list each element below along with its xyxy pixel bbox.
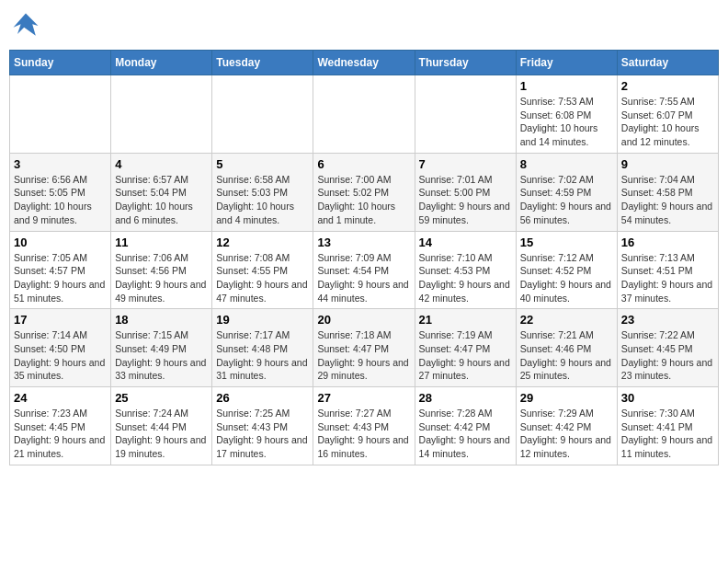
day-info: Sunrise: 7:27 AM Sunset: 4:43 PM Dayligh… [317, 407, 410, 461]
day-number: 9 [621, 157, 714, 171]
calendar-cell: 15Sunrise: 7:12 AM Sunset: 4:52 PM Dayli… [516, 231, 617, 309]
calendar-cell: 23Sunrise: 7:22 AM Sunset: 4:45 PM Dayli… [617, 309, 718, 387]
day-number: 3 [14, 157, 107, 171]
day-number: 25 [115, 391, 208, 405]
day-info: Sunrise: 7:28 AM Sunset: 4:42 PM Dayligh… [419, 407, 512, 461]
calendar-cell [111, 75, 212, 154]
calendar-cell: 2Sunrise: 7:55 AM Sunset: 6:07 PM Daylig… [617, 75, 718, 154]
day-info: Sunrise: 7:09 AM Sunset: 4:54 PM Dayligh… [317, 251, 410, 305]
day-number: 6 [317, 157, 410, 171]
day-number: 20 [317, 313, 410, 327]
day-number: 7 [419, 157, 512, 171]
calendar-cell: 22Sunrise: 7:21 AM Sunset: 4:46 PM Dayli… [516, 309, 617, 387]
calendar-cell: 24Sunrise: 7:23 AM Sunset: 4:45 PM Dayli… [10, 387, 111, 465]
calendar-cell: 7Sunrise: 7:01 AM Sunset: 5:00 PM Daylig… [415, 153, 516, 231]
day-number: 4 [115, 157, 208, 171]
calendar-cell: 29Sunrise: 7:29 AM Sunset: 4:42 PM Dayli… [516, 387, 617, 465]
day-info: Sunrise: 7:21 AM Sunset: 4:46 PM Dayligh… [520, 328, 613, 383]
calendar-cell: 3Sunrise: 6:56 AM Sunset: 5:05 PM Daylig… [10, 153, 111, 231]
day-number: 10 [14, 236, 107, 249]
day-number: 24 [14, 391, 107, 405]
calendar-cell: 4Sunrise: 6:57 AM Sunset: 5:04 PM Daylig… [111, 153, 212, 231]
calendar-cell: 14Sunrise: 7:10 AM Sunset: 4:53 PM Dayli… [415, 231, 516, 309]
day-info: Sunrise: 7:05 AM Sunset: 4:57 PM Dayligh… [14, 251, 107, 305]
day-info: Sunrise: 7:24 AM Sunset: 4:44 PM Dayligh… [115, 407, 208, 461]
day-number: 15 [520, 236, 613, 249]
day-info: Sunrise: 7:02 AM Sunset: 4:59 PM Dayligh… [520, 173, 613, 227]
header-monday: Monday [111, 51, 212, 75]
day-info: Sunrise: 7:08 AM Sunset: 4:55 PM Dayligh… [216, 251, 309, 305]
day-number: 16 [621, 236, 714, 249]
calendar-cell: 17Sunrise: 7:14 AM Sunset: 4:50 PM Dayli… [10, 309, 111, 387]
day-info: Sunrise: 7:10 AM Sunset: 4:53 PM Dayligh… [419, 251, 512, 305]
day-info: Sunrise: 7:53 AM Sunset: 6:08 PM Dayligh… [520, 95, 613, 149]
calendar-week-3: 10Sunrise: 7:05 AM Sunset: 4:57 PM Dayli… [10, 231, 719, 309]
day-number: 17 [14, 313, 107, 327]
calendar-cell: 21Sunrise: 7:19 AM Sunset: 4:47 PM Dayli… [415, 309, 516, 387]
day-number: 28 [419, 391, 512, 405]
day-info: Sunrise: 7:18 AM Sunset: 4:47 PM Dayligh… [317, 328, 410, 383]
calendar-week-1: 1Sunrise: 7:53 AM Sunset: 6:08 PM Daylig… [10, 75, 719, 154]
calendar-week-5: 24Sunrise: 7:23 AM Sunset: 4:45 PM Dayli… [10, 387, 719, 465]
header-friday: Friday [516, 51, 617, 75]
day-info: Sunrise: 7:04 AM Sunset: 4:58 PM Dayligh… [621, 173, 714, 227]
calendar-cell: 5Sunrise: 6:58 AM Sunset: 5:03 PM Daylig… [212, 153, 313, 231]
calendar-week-2: 3Sunrise: 6:56 AM Sunset: 5:05 PM Daylig… [10, 153, 719, 231]
calendar-cell [313, 75, 415, 154]
calendar-cell: 11Sunrise: 7:06 AM Sunset: 4:56 PM Dayli… [111, 231, 212, 309]
header-thursday: Thursday [415, 51, 516, 75]
day-info: Sunrise: 7:13 AM Sunset: 4:51 PM Dayligh… [621, 251, 714, 305]
calendar-cell: 26Sunrise: 7:25 AM Sunset: 4:43 PM Dayli… [212, 387, 313, 465]
day-number: 19 [216, 313, 309, 327]
day-info: Sunrise: 7:23 AM Sunset: 4:45 PM Dayligh… [14, 407, 107, 461]
day-number: 11 [115, 236, 208, 249]
header-tuesday: Tuesday [212, 51, 313, 75]
day-info: Sunrise: 7:14 AM Sunset: 4:50 PM Dayligh… [14, 328, 107, 383]
calendar-cell: 9Sunrise: 7:04 AM Sunset: 4:58 PM Daylig… [617, 153, 718, 231]
day-info: Sunrise: 7:00 AM Sunset: 5:02 PM Dayligh… [317, 173, 410, 227]
calendar-cell: 12Sunrise: 7:08 AM Sunset: 4:55 PM Dayli… [212, 231, 313, 309]
calendar-cell: 1Sunrise: 7:53 AM Sunset: 6:08 PM Daylig… [516, 75, 617, 154]
calendar-cell: 28Sunrise: 7:28 AM Sunset: 4:42 PM Dayli… [415, 387, 516, 465]
header-wednesday: Wednesday [313, 51, 415, 75]
calendar-cell [10, 75, 111, 154]
day-info: Sunrise: 7:19 AM Sunset: 4:47 PM Dayligh… [419, 328, 512, 383]
header-saturday: Saturday [617, 51, 718, 75]
day-number: 13 [317, 236, 410, 249]
day-info: Sunrise: 7:15 AM Sunset: 4:49 PM Dayligh… [115, 328, 208, 383]
day-number: 22 [520, 313, 613, 327]
calendar-header-row: SundayMondayTuesdayWednesdayThursdayFrid… [10, 51, 719, 75]
day-number: 2 [621, 79, 714, 93]
calendar-cell: 18Sunrise: 7:15 AM Sunset: 4:49 PM Dayli… [111, 309, 212, 387]
calendar-cell: 25Sunrise: 7:24 AM Sunset: 4:44 PM Dayli… [111, 387, 212, 465]
calendar-cell [415, 75, 516, 154]
calendar-cell: 30Sunrise: 7:30 AM Sunset: 4:41 PM Dayli… [617, 387, 718, 465]
day-info: Sunrise: 7:25 AM Sunset: 4:43 PM Dayligh… [216, 407, 309, 461]
day-number: 14 [419, 236, 512, 249]
day-number: 29 [520, 391, 613, 405]
day-info: Sunrise: 7:29 AM Sunset: 4:42 PM Dayligh… [520, 407, 613, 461]
header-sunday: Sunday [10, 51, 111, 75]
day-info: Sunrise: 6:58 AM Sunset: 5:03 PM Dayligh… [216, 173, 309, 227]
day-number: 8 [520, 157, 613, 171]
calendar-cell: 8Sunrise: 7:02 AM Sunset: 4:59 PM Daylig… [516, 153, 617, 231]
day-number: 27 [317, 391, 410, 405]
day-info: Sunrise: 7:06 AM Sunset: 4:56 PM Dayligh… [115, 251, 208, 305]
page-header [9, 9, 719, 42]
day-info: Sunrise: 7:12 AM Sunset: 4:52 PM Dayligh… [520, 251, 613, 305]
calendar-cell: 20Sunrise: 7:18 AM Sunset: 4:47 PM Dayli… [313, 309, 415, 387]
day-info: Sunrise: 6:56 AM Sunset: 5:05 PM Dayligh… [14, 173, 107, 227]
day-number: 30 [621, 391, 714, 405]
day-number: 18 [115, 313, 208, 327]
day-info: Sunrise: 7:01 AM Sunset: 5:00 PM Dayligh… [419, 173, 512, 227]
day-info: Sunrise: 7:30 AM Sunset: 4:41 PM Dayligh… [621, 407, 714, 461]
calendar-week-4: 17Sunrise: 7:14 AM Sunset: 4:50 PM Dayli… [10, 309, 719, 387]
day-info: Sunrise: 7:55 AM Sunset: 6:07 PM Dayligh… [621, 95, 714, 149]
calendar-cell: 19Sunrise: 7:17 AM Sunset: 4:48 PM Dayli… [212, 309, 313, 387]
calendar-cell: 10Sunrise: 7:05 AM Sunset: 4:57 PM Dayli… [10, 231, 111, 309]
calendar-cell: 16Sunrise: 7:13 AM Sunset: 4:51 PM Dayli… [617, 231, 718, 309]
day-info: Sunrise: 6:57 AM Sunset: 5:04 PM Dayligh… [115, 173, 208, 227]
logo [9, 9, 46, 42]
calendar-cell [212, 75, 313, 154]
svg-marker-0 [14, 14, 39, 36]
